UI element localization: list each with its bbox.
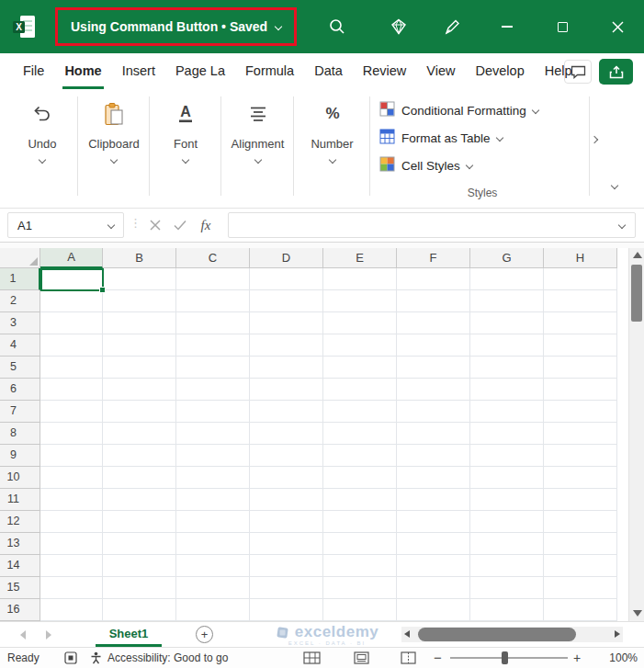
normal-view-button[interactable] (303, 651, 321, 664)
status-bar: Ready Accessibility: Good to go (0, 647, 644, 668)
zoom-level[interactable]: 100% (592, 648, 638, 668)
maximize-button[interactable] (544, 8, 581, 45)
column-header-D[interactable]: D (250, 248, 323, 268)
undo-group-button[interactable]: Undo (7, 98, 77, 175)
cancel-entry-button[interactable] (145, 215, 165, 235)
minimize-button[interactable] (489, 8, 525, 45)
grid-row-line (40, 511, 617, 533)
cell-styles-button[interactable]: Cell Styles (378, 152, 587, 179)
column-header-F[interactable]: F (397, 248, 470, 268)
draw-pen-button[interactable] (434, 8, 470, 45)
grid-column-line (102, 268, 103, 621)
ribbon-separator (149, 96, 150, 196)
ribbon-tab-home[interactable]: Home (54, 53, 111, 89)
sheet-tab-sheet1[interactable]: Sheet1 (96, 622, 162, 647)
ribbon-tab-view[interactable]: View (416, 53, 465, 89)
accessibility-button[interactable] (90, 651, 102, 664)
annotation-highlight-title-dropdown[interactable]: Using Command Button • Saved (55, 7, 297, 46)
column-header-B[interactable]: B (103, 248, 176, 268)
macro-record-button[interactable] (64, 651, 77, 664)
alignment-group-button[interactable]: Alignment (222, 98, 293, 175)
ribbon-separator (293, 96, 294, 196)
enter-entry-button[interactable] (170, 215, 190, 235)
row-header-15[interactable]: 15 (0, 577, 40, 599)
ribbon-tab-insert[interactable]: Insert (112, 53, 165, 89)
vertical-scrollbar-thumb[interactable] (631, 265, 642, 322)
zoom-in-button[interactable]: + (573, 648, 581, 668)
clipboard-group-button[interactable]: Clipboard (79, 98, 149, 175)
zoom-slider-thumb[interactable] (502, 651, 508, 664)
fill-handle[interactable] (99, 287, 106, 293)
column-header-H[interactable]: H (544, 248, 617, 268)
row-header-8[interactable]: 8 (0, 423, 40, 445)
format-as-table-button[interactable]: Format as Table (378, 124, 587, 152)
horizontal-scrollbar-thumb[interactable] (418, 628, 576, 641)
sheet-nav-right-icon[interactable] (46, 630, 51, 640)
close-button[interactable] (599, 8, 636, 45)
name-box[interactable]: A1 (7, 212, 124, 238)
row-header-12[interactable]: 12 (0, 511, 40, 533)
new-sheet-button[interactable]: + (196, 626, 213, 643)
row-header-4[interactable]: 4 (0, 334, 40, 357)
comments-button[interactable] (564, 60, 592, 84)
page-layout-view-button[interactable] (354, 651, 369, 664)
scroll-right-icon[interactable] (615, 630, 620, 638)
scroll-up-icon[interactable] (633, 252, 642, 258)
column-header-C[interactable]: C (176, 248, 250, 268)
column-header-G[interactable]: G (470, 248, 544, 268)
zoom-out-button[interactable]: − (434, 648, 442, 668)
row-header-11[interactable]: 11 (0, 489, 40, 511)
column-header-A[interactable]: A (40, 248, 103, 268)
row-header-14[interactable]: 14 (0, 555, 40, 577)
row-header-13[interactable]: 13 (0, 533, 40, 555)
scroll-down-icon[interactable] (633, 610, 642, 617)
ribbon-tab-file[interactable]: File (13, 53, 54, 89)
diamond-icon (390, 17, 408, 36)
row-header-10[interactable]: 10 (0, 467, 40, 489)
page-break-view-button[interactable] (401, 651, 416, 664)
ribbon-tab-review[interactable]: Review (353, 53, 417, 89)
row-header-1[interactable]: 1 (0, 268, 40, 290)
formula-input[interactable] (228, 212, 636, 238)
grid-column-line (469, 268, 470, 621)
vertical-scrollbar[interactable] (628, 248, 644, 621)
scroll-left-icon[interactable] (404, 630, 410, 638)
horizontal-scrollbar[interactable] (401, 627, 623, 642)
chevron-down-icon (328, 156, 335, 164)
row-header-5[interactable]: 5 (0, 357, 40, 379)
search-button[interactable] (319, 8, 356, 45)
ribbon-scroll-right-icon[interactable] (591, 136, 598, 143)
number-group-button[interactable]: % Number (295, 98, 369, 175)
row-header-16[interactable]: 16 (0, 599, 40, 621)
collapse-ribbon-icon[interactable] (611, 182, 618, 189)
row-header-2[interactable]: 2 (0, 290, 40, 312)
ribbon-tab-data[interactable]: Data (304, 53, 353, 89)
row-header-3[interactable]: 3 (0, 312, 40, 334)
ribbon-tab-pagela[interactable]: Page La (165, 53, 235, 89)
ribbon: Undo Clipboard A Font (0, 89, 644, 209)
insert-function-button[interactable]: fx (196, 215, 216, 235)
format-as-table-label: Format as Table (401, 131, 491, 145)
ribbon-tab-develop[interactable]: Develop (466, 53, 535, 89)
select-all-corner[interactable] (0, 248, 40, 268)
document-title: Using Command Button • Saved (71, 19, 267, 34)
sheet-nav-left-icon[interactable] (20, 630, 26, 640)
share-button[interactable] (599, 59, 633, 85)
drag-handle-icon[interactable]: ⋮ (130, 216, 141, 230)
column-header-E[interactable]: E (323, 248, 397, 268)
svg-text:%: % (325, 105, 339, 122)
ribbon-separator (589, 96, 590, 196)
ribbon-tab-formula[interactable]: Formula (235, 53, 304, 89)
cells-area[interactable] (40, 268, 617, 621)
conditional-formatting-button[interactable]: Conditional Formatting (378, 96, 587, 124)
font-group-button[interactable]: A Font (151, 98, 220, 175)
undo-icon (31, 98, 53, 130)
accessibility-status[interactable]: Accessibility: Good to go (107, 648, 228, 668)
row-header-7[interactable]: 7 (0, 401, 40, 423)
zoom-slider[interactable] (450, 657, 568, 659)
styles-group-caption: Styles (378, 187, 587, 199)
diamond-button[interactable] (380, 8, 417, 45)
row-header-9[interactable]: 9 (0, 445, 40, 467)
selected-cell-a1[interactable] (40, 268, 104, 291)
row-header-6[interactable]: 6 (0, 379, 40, 401)
